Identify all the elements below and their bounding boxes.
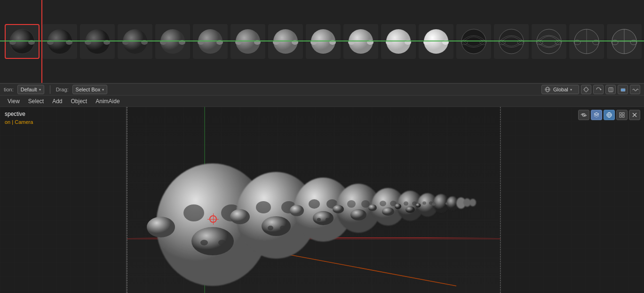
thumb-5[interactable] — [155, 24, 190, 59]
thumb-3[interactable] — [80, 24, 115, 59]
globe-icon-btn[interactable] — [604, 110, 615, 120]
left-panel[interactable]: spective on | Camera — [0, 107, 127, 293]
monkey-sequence-svg — [127, 107, 501, 293]
menu-object[interactable]: Object — [67, 97, 91, 106]
svg-point-75 — [147, 217, 175, 237]
svg-rect-137 — [620, 113, 621, 114]
viewport-main[interactable] — [127, 107, 501, 293]
svg-point-115 — [405, 206, 415, 213]
svg-rect-138 — [622, 113, 624, 114]
svg-point-40 — [499, 29, 524, 54]
viewport-perspective-label: spective — [5, 111, 25, 117]
global-dropdown[interactable]: Global ▾ — [541, 85, 579, 94]
scene-container — [127, 107, 501, 293]
layers-icon-btn[interactable] — [591, 110, 602, 120]
svg-point-107 — [380, 201, 386, 206]
close-icon-btn[interactable] — [629, 110, 640, 120]
thumb-17[interactable] — [607, 24, 642, 59]
thumb-4[interactable] — [118, 24, 152, 59]
thumb-6[interactable] — [193, 24, 228, 59]
svg-rect-130 — [501, 107, 644, 293]
svg-point-119 — [422, 202, 426, 205]
thumb-2[interactable] — [42, 24, 77, 59]
grid-icon — [619, 112, 625, 118]
left-panel-bg: spective on | Camera — [0, 107, 127, 293]
thumb-1[interactable] — [5, 24, 40, 59]
svg-point-117 — [416, 203, 421, 208]
checkbox-icon-btn[interactable] — [618, 85, 628, 94]
svg-point-77 — [183, 204, 204, 221]
main-area: spective on | Camera — [0, 107, 644, 293]
timeline-playhead — [41, 0, 42, 83]
close-icon — [631, 112, 638, 118]
thumb-9[interactable] — [306, 24, 341, 59]
svg-point-96 — [317, 218, 321, 221]
global-dropdown-arrow: ▾ — [570, 88, 572, 92]
timeline-strip[interactable] — [0, 0, 644, 84]
svg-point-111 — [395, 203, 401, 209]
menu-animaide[interactable]: AnimAide — [92, 97, 123, 106]
thumb-14[interactable] — [494, 24, 529, 59]
drag-dropdown[interactable]: Select Box ▾ — [72, 85, 108, 94]
svg-point-103 — [350, 209, 366, 220]
globe-icon — [606, 112, 612, 118]
svg-point-91 — [290, 205, 304, 216]
mode-dropdown-arrow: ▾ — [39, 88, 41, 92]
svg-point-125 — [445, 203, 448, 205]
svg-point-109 — [382, 207, 394, 216]
menu-select[interactable]: Select — [24, 97, 48, 106]
svg-point-59 — [584, 88, 588, 91]
svg-point-87 — [262, 216, 291, 236]
right-panel[interactable] — [501, 107, 644, 293]
svg-point-99 — [333, 205, 344, 213]
left-panel-border — [126, 107, 127, 293]
render-icon-btn[interactable] — [578, 110, 589, 120]
svg-marker-132 — [594, 113, 599, 115]
checkbox-icon — [620, 87, 626, 93]
svg-point-80 — [200, 240, 208, 245]
drag-label: Drag: — [56, 87, 69, 92]
svg-marker-133 — [594, 114, 599, 117]
thumb-7[interactable] — [231, 24, 265, 59]
pin-icon — [608, 87, 614, 93]
menu-add[interactable]: Add — [48, 97, 66, 106]
svg-point-101 — [347, 200, 356, 208]
svg-rect-65 — [609, 88, 613, 92]
timeline-green-bar — [0, 41, 644, 41]
viewport-camera-label: on | Camera — [5, 119, 33, 125]
wave-icon — [632, 87, 638, 93]
svg-point-88 — [268, 226, 273, 230]
svg-rect-139 — [620, 115, 621, 117]
drag-dropdown-arrow: ▾ — [102, 88, 104, 92]
thumb-11[interactable] — [381, 24, 416, 59]
menubar: View Select Add Object AnimAide — [0, 96, 644, 107]
wave-icon-btn[interactable] — [630, 85, 640, 94]
svg-point-37 — [461, 29, 486, 54]
svg-point-89 — [280, 226, 286, 230]
menu-view[interactable]: View — [4, 97, 24, 106]
cursor-icon-btn[interactable] — [581, 85, 591, 94]
thumb-16[interactable] — [569, 24, 604, 59]
layers-icon — [593, 112, 600, 118]
thumb-15[interactable] — [532, 24, 566, 59]
svg-point-129 — [469, 199, 476, 206]
svg-marker-64 — [600, 89, 602, 90]
global-icon — [545, 87, 550, 92]
svg-point-81 — [218, 240, 226, 245]
mode-dropdown[interactable]: Default ▾ — [17, 85, 44, 94]
thumb-10[interactable] — [343, 24, 378, 59]
3d-cursor — [209, 215, 217, 223]
grid-icon-btn[interactable] — [616, 110, 628, 120]
rotate-icon-btn[interactable] — [593, 85, 604, 94]
thumb-13[interactable] — [456, 24, 491, 59]
right-panel-toolbar — [578, 110, 640, 120]
thumb-12[interactable] — [419, 24, 453, 59]
svg-rect-68 — [621, 89, 625, 91]
svg-point-83 — [230, 209, 250, 224]
svg-point-102 — [361, 200, 370, 208]
thumb-8[interactable] — [268, 24, 303, 59]
pin-icon-btn[interactable] — [605, 85, 616, 94]
mode-label: tion: — [4, 87, 14, 92]
svg-point-113 — [404, 202, 408, 206]
svg-point-122 — [432, 203, 436, 206]
